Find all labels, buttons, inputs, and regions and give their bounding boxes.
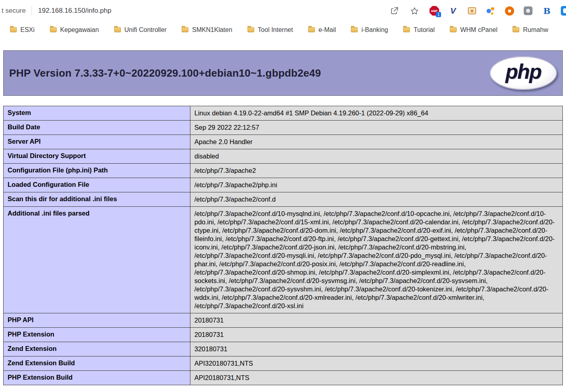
- info-value: Apache 2.0 Handler: [190, 135, 563, 149]
- info-value: /etc/php/7.3/apache2/conf.d/10-mysqlnd.i…: [190, 207, 563, 313]
- info-value: 320180731: [190, 342, 563, 356]
- bookmark-label: e-Mail: [319, 26, 336, 34]
- info-value: disabled: [190, 149, 563, 164]
- bookmark-label: WHM cPanel: [460, 26, 497, 34]
- info-label: Additional .ini files parsed: [4, 207, 190, 313]
- table-row: Scan this dir for additional .ini files …: [4, 192, 563, 207]
- info-label: Virtual Directory Support: [4, 149, 190, 164]
- info-value: /etc/php/7.3/apache2: [190, 164, 563, 178]
- info-label: PHP API: [4, 313, 190, 328]
- table-row: PHP Extension 20180731: [4, 328, 563, 342]
- info-value: API20180731,NTS: [190, 371, 563, 385]
- info-value: 20180731: [190, 328, 563, 342]
- folder-icon: [10, 27, 17, 32]
- folder-icon: [50, 27, 57, 32]
- adblock-plus-badge: 1: [436, 12, 441, 17]
- bookmark-item-smkn1klaten[interactable]: SMKN1Klaten: [174, 26, 240, 34]
- address-divider: [32, 6, 32, 16]
- info-label: System: [4, 106, 190, 121]
- info-label: Loaded Configuration File: [4, 178, 190, 192]
- url-text[interactable]: 192.168.16.150/info.php: [38, 7, 111, 15]
- adblock-plus-icon[interactable]: ABP 1: [429, 6, 439, 16]
- security-label[interactable]: t secure: [2, 7, 26, 15]
- table-row: PHP Extension Build API20180731,NTS: [4, 371, 563, 385]
- php-logo: php: [490, 56, 557, 90]
- b-extension-icon[interactable]: B: [542, 6, 552, 16]
- info-label: Server API: [4, 135, 190, 149]
- folder-icon: [308, 27, 315, 32]
- bookmark-label: Tool Internet: [258, 26, 293, 34]
- clipped-extension-icon[interactable]: [560, 6, 566, 16]
- bookmark-item-email[interactable]: e-Mail: [301, 26, 344, 34]
- bookmark-item-rumahweb[interactable]: Rumahw: [505, 26, 556, 34]
- orange-circle-extension-icon[interactable]: [504, 6, 515, 16]
- info-label: Zend Extension: [4, 342, 190, 356]
- info-value: Sep 29 2022 22:12:57: [190, 121, 563, 135]
- info-label: PHP Extension Build: [4, 371, 190, 385]
- share-icon[interactable]: [389, 6, 400, 16]
- info-value: /etc/php/7.3/apache2/conf.d: [190, 192, 563, 207]
- table-row: Additional .ini files parsed /etc/php/7.…: [4, 207, 563, 313]
- php-logo-text: php: [505, 59, 541, 87]
- bookmark-item-tool-internet[interactable]: Tool Internet: [240, 26, 301, 34]
- folder-icon: [114, 27, 121, 32]
- table-row: System Linux debian 4.19.0-22-amd64 #1 S…: [4, 106, 563, 121]
- table-row: Server API Apache 2.0 Handler: [4, 135, 563, 149]
- info-label: Configuration File (php.ini) Path: [4, 164, 190, 178]
- bookmark-label: i-Banking: [361, 26, 388, 34]
- bookmark-item-ibanking[interactable]: i-Banking: [343, 26, 396, 34]
- browser-chrome: t secure 192.168.16.150/info.php ABP 1 V: [0, 0, 566, 38]
- bookmark-item-unifi-controller[interactable]: Unifi Controller: [107, 26, 174, 34]
- table-row: Zend Extension 320180731: [4, 342, 563, 356]
- bookmark-label: Unifi Controller: [125, 26, 167, 34]
- info-value: /etc/php/7.3/apache2/php.ini: [190, 178, 563, 192]
- bookmark-label: SMKN1Klaten: [192, 26, 232, 34]
- box-extension-icon[interactable]: [467, 6, 477, 16]
- table-row: Build Date Sep 29 2022 22:12:57: [4, 121, 563, 135]
- bookmark-label: ESXi: [20, 26, 35, 34]
- info-label: Scan this dir for additional .ini files: [4, 192, 190, 207]
- bookmark-label: Rumahw: [523, 26, 548, 34]
- folder-icon: [513, 27, 519, 32]
- table-row: Zend Extension Build API320180731,NTS: [4, 356, 563, 371]
- folder-icon: [351, 27, 358, 32]
- folder-icon: [247, 27, 254, 32]
- folder-icon: [450, 27, 457, 32]
- bookmark-item-esxi[interactable]: ESXi: [2, 26, 42, 34]
- bookmark-item-whm-cpanel[interactable]: WHM cPanel: [442, 26, 505, 34]
- bookmark-label: Tutorial: [414, 26, 435, 34]
- bookmark-item-tutorial[interactable]: Tutorial: [396, 26, 442, 34]
- phpinfo-table: System Linux debian 4.19.0-22-amd64 #1 S…: [3, 106, 563, 385]
- table-row: Virtual Directory Support disabled: [4, 149, 563, 164]
- address-bar[interactable]: t secure 192.168.16.150/info.php ABP 1 V: [0, 0, 566, 22]
- bookmark-item-kepegawaian[interactable]: Kepegawaian: [42, 26, 107, 34]
- bookmark-label: Kepegawaian: [60, 26, 99, 34]
- table-row: Loaded Configuration File /etc/php/7.3/a…: [4, 178, 563, 192]
- folder-icon: [403, 27, 410, 32]
- info-label: Build Date: [4, 121, 190, 135]
- phpinfo-page: PHP Version 7.3.33-7+0~20220929.100+debi…: [0, 38, 566, 385]
- extensions-area: ABP 1 V B: [429, 6, 566, 16]
- dots-extension-icon[interactable]: [485, 6, 496, 16]
- camera-extension-icon[interactable]: [523, 6, 533, 16]
- phpinfo-header: PHP Version 7.3.33-7+0~20220929.100+debi…: [3, 50, 563, 96]
- folder-icon: [182, 27, 188, 32]
- bookmark-star-icon[interactable]: [409, 6, 420, 16]
- info-value: API320180731,NTS: [190, 356, 563, 371]
- page-title: PHP Version 7.3.33-7+0~20220929.100+debi…: [9, 67, 321, 79]
- info-value: Linux debian 4.19.0-22-amd64 #1 SMP Debi…: [190, 106, 563, 121]
- bookmarks-bar: ESXi Kepegawaian Unifi Controller SMKN1K…: [0, 22, 566, 38]
- v-extension-icon[interactable]: V: [448, 6, 458, 16]
- table-row: PHP API 20180731: [4, 313, 563, 328]
- info-label: PHP Extension: [4, 328, 190, 342]
- info-value: 20180731: [190, 313, 563, 328]
- table-row: Configuration File (php.ini) Path /etc/p…: [4, 164, 563, 178]
- info-label: Zend Extension Build: [4, 356, 190, 371]
